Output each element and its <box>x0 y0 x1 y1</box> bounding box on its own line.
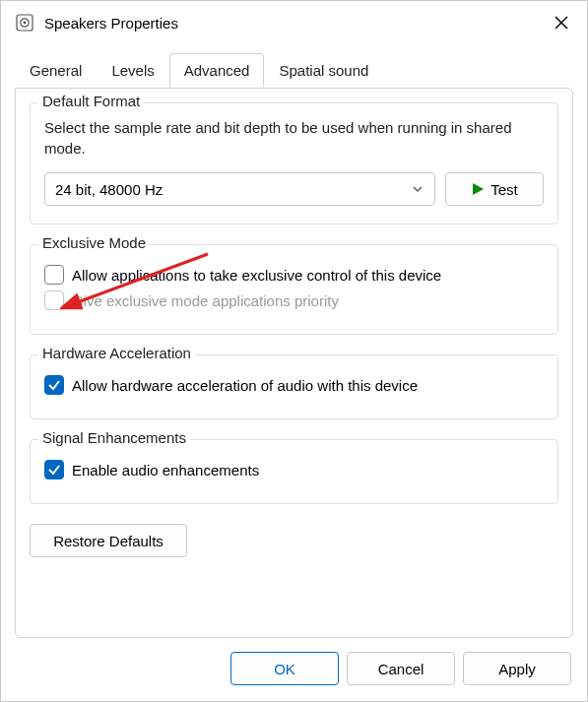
group-legend: Default Format <box>38 93 144 109</box>
test-label: Test <box>490 181 518 198</box>
group-default-format: Default Format Select the sample rate an… <box>30 102 558 224</box>
chevron-down-icon <box>411 182 425 196</box>
group-exclusive-mode: Exclusive Mode Allow applications to tak… <box>30 244 558 335</box>
ok-button[interactable]: OK <box>230 652 339 685</box>
tab-spatial-sound[interactable]: Spatial sound <box>264 53 383 88</box>
svg-marker-5 <box>473 183 484 195</box>
checkbox-box <box>44 290 64 310</box>
test-button[interactable]: Test <box>445 172 544 206</box>
cancel-button[interactable]: Cancel <box>347 652 455 685</box>
checkbox-label: Allow hardware acceleration of audio wit… <box>72 377 418 394</box>
ok-label: OK <box>274 661 295 677</box>
group-legend: Signal Enhancements <box>38 429 190 446</box>
checkbox-label: Give exclusive mode applications priorit… <box>72 292 339 309</box>
sample-rate-value: 24 bit, 48000 Hz <box>55 181 163 198</box>
close-button[interactable] <box>548 9 575 36</box>
tab-content-advanced: Default Format Select the sample rate an… <box>15 88 573 638</box>
window-title: Speakers Properties <box>44 15 548 32</box>
play-icon <box>471 182 485 196</box>
checkbox-audio-enhancements[interactable]: Enable audio enhancements <box>44 460 544 479</box>
group-signal-enhancements: Signal Enhancements Enable audio enhance… <box>30 439 558 504</box>
dialog-footer: OK Cancel Apply <box>1 638 587 701</box>
checkbox-box <box>44 375 64 395</box>
checkbox-exclusive-control[interactable]: Allow applications to take exclusive con… <box>44 265 544 285</box>
group-legend: Exclusive Mode <box>38 234 150 251</box>
restore-defaults-label: Restore Defaults <box>53 533 163 549</box>
properties-window: Speakers Properties General Levels Advan… <box>0 0 588 702</box>
tab-advanced[interactable]: Advanced <box>169 53 265 88</box>
default-format-description: Select the sample rate and bit depth to … <box>44 117 544 159</box>
tab-general[interactable]: General <box>15 53 97 88</box>
restore-defaults-button[interactable]: Restore Defaults <box>30 524 187 557</box>
checkbox-label: Enable audio enhancements <box>72 462 259 479</box>
speaker-icon <box>15 13 34 32</box>
titlebar: Speakers Properties <box>1 1 587 44</box>
tab-strip: General Levels Advanced Spatial sound <box>1 52 587 88</box>
apply-label: Apply <box>498 661 536 677</box>
checkbox-box <box>44 460 64 479</box>
group-hardware-acceleration: Hardware Acceleration Allow hardware acc… <box>30 354 558 419</box>
cancel-label: Cancel <box>378 661 425 677</box>
tab-levels[interactable]: Levels <box>97 53 168 88</box>
group-legend: Hardware Acceleration <box>38 345 195 361</box>
apply-button[interactable]: Apply <box>463 652 571 685</box>
sample-rate-select[interactable]: 24 bit, 48000 Hz <box>44 172 435 206</box>
svg-point-2 <box>24 22 27 25</box>
checkbox-exclusive-priority: Give exclusive mode applications priorit… <box>44 290 544 310</box>
checkbox-hardware-acceleration[interactable]: Allow hardware acceleration of audio wit… <box>44 375 544 395</box>
checkbox-label: Allow applications to take exclusive con… <box>72 267 441 284</box>
checkbox-box <box>44 265 64 285</box>
close-icon <box>554 15 569 31</box>
